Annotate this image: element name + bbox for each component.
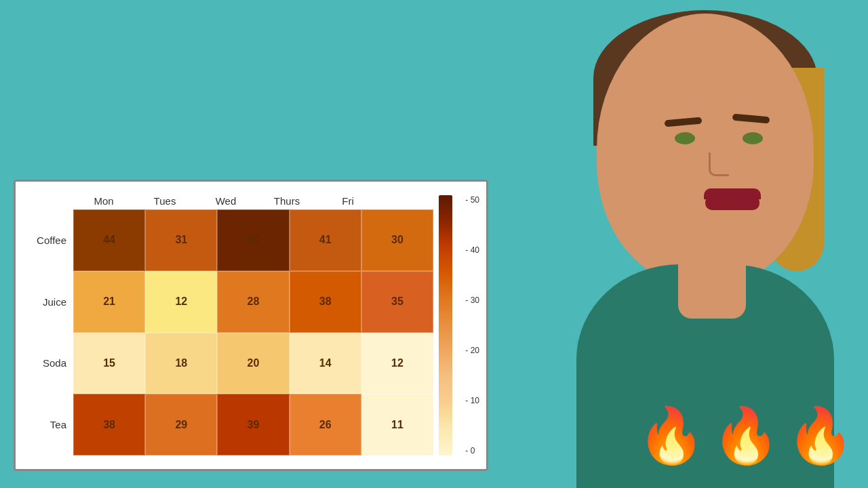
- color-scale: - 50- 40- 30- 20- 10- 0: [439, 195, 479, 455]
- fire-2: 🔥: [712, 404, 780, 468]
- col-header-thurs: Thurs: [256, 195, 317, 207]
- column-headers: MonTuesWedThursFri: [73, 195, 433, 207]
- eye-left: [675, 132, 695, 144]
- heatmap-cell: 31: [145, 209, 217, 271]
- scale-label: - 30: [465, 296, 479, 305]
- heatmap-cell: 18: [145, 333, 217, 394]
- col-header-wed: Wed: [195, 195, 256, 207]
- heatmap-cell: 50: [217, 209, 289, 271]
- row-label-tea: Tea: [29, 419, 73, 430]
- heatmap-cell: 21: [73, 271, 145, 333]
- left-panel: MonTuesWedThursFri Coffee4431504130Juice…: [0, 0, 509, 488]
- col-header-mon: Mon: [73, 195, 134, 207]
- fire-3: 🔥: [787, 404, 854, 468]
- heatmap-rows: Coffee4431504130Juice2112283835Soda15182…: [29, 209, 433, 455]
- heatmap-inner: MonTuesWedThursFri Coffee4431504130Juice…: [29, 195, 479, 455]
- heatmap-grid: MonTuesWedThursFri Coffee4431504130Juice…: [29, 195, 433, 455]
- heatmap-cell: 29: [145, 394, 217, 455]
- scale-label: - 10: [465, 396, 479, 405]
- heatmap-cell: 12: [361, 333, 433, 394]
- person-hand: [678, 224, 746, 319]
- heatmap-cell: 14: [290, 333, 361, 394]
- col-header-tues: Tues: [134, 195, 195, 207]
- heatmap-cell: 11: [361, 394, 433, 455]
- scale-label: - 0: [465, 446, 479, 455]
- heatmap-cell: 26: [290, 394, 361, 455]
- eye-right: [743, 132, 763, 144]
- scale-label: - 50: [465, 195, 479, 205]
- heatmap-cell: 28: [217, 271, 289, 333]
- scale-label: - 20: [465, 346, 479, 355]
- scale-label: - 40: [465, 245, 479, 255]
- heatmap-cell: 38: [290, 271, 361, 333]
- table-row: Soda1518201412: [29, 333, 433, 394]
- heatmap-cell: 38: [73, 394, 145, 455]
- heatmap-cell: 12: [145, 271, 217, 333]
- row-label-coffee: Coffee: [29, 235, 73, 246]
- lips: [705, 195, 760, 210]
- row-label-juice: Juice: [29, 296, 73, 308]
- col-header-fri: Fri: [317, 195, 378, 207]
- right-panel: 🔥 🔥 🔥: [509, 0, 868, 488]
- table-row: Juice2112283835: [29, 271, 433, 333]
- heatmap-cell: 30: [361, 209, 433, 271]
- heatmap-cell: 35: [361, 271, 433, 333]
- scale-labels: - 50- 40- 30- 20- 10- 0: [448, 195, 479, 455]
- heatmap-cell: 15: [73, 333, 145, 394]
- heatmap-cell: 41: [290, 209, 361, 271]
- fire-1: 🔥: [637, 404, 705, 468]
- table-row: Coffee4431504130: [29, 209, 433, 271]
- heatmap-container: MonTuesWedThursFri Coffee4431504130Juice…: [14, 180, 488, 471]
- fire-emojis: 🔥 🔥 🔥: [637, 404, 854, 468]
- person-background: 🔥 🔥 🔥: [509, 0, 868, 488]
- row-label-soda: Soda: [29, 357, 73, 369]
- nose: [709, 152, 729, 176]
- table-row: Tea3829392611: [29, 394, 433, 455]
- heatmap-cell: 20: [217, 333, 289, 394]
- heatmap-cell: 39: [217, 394, 289, 455]
- heatmap-cell: 44: [73, 209, 145, 271]
